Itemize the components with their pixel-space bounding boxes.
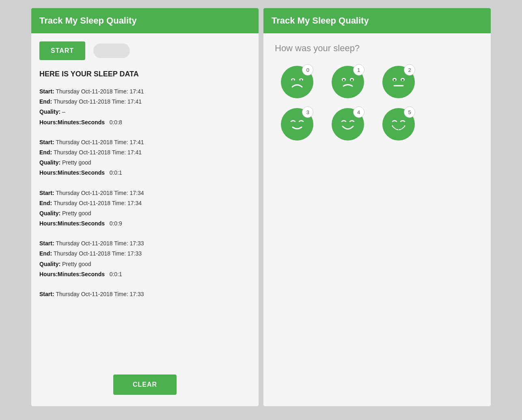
left-panel-header: Track My Sleep Quality [31,8,259,33]
emoji-item-2[interactable]: 2 [377,66,421,98]
emoji-grid: 0 [275,66,421,141]
sleep-question: How was your sleep? [275,43,479,54]
emoji-badge-4: 4 [353,106,365,118]
bottom-bar: CLEAR [39,368,250,398]
record-quality: Quality: Pretty good [39,259,250,269]
right-panel-body: How was your sleep? 0 [263,33,491,406]
record-duration: Hours:Minutes:Seconds 0:0:1 [39,269,250,279]
start-label: Start: [39,88,56,95]
emoji-item-0[interactable]: 0 [275,66,319,98]
sleep-record: Start: Thursday Oct-11-2018 Time: 17:41 … [39,137,250,178]
sleep-records-list: Start: Thursday Oct-11-2018 Time: 17:41 … [39,87,250,368]
emoji-item-3[interactable]: 3 [275,108,319,141]
svg-point-7 [351,79,353,81]
top-controls: START [39,41,250,60]
start-button[interactable]: START [39,41,85,60]
right-panel-title: Track My Sleep Quality [272,15,483,26]
sleep-record: Start: Thursday Oct-11-2018 Time: 17:34 … [39,188,250,229]
right-panel: Track My Sleep Quality How was your slee… [263,8,491,406]
emoji-item-1[interactable]: 1 [326,66,370,98]
record-duration: Hours:Minutes:Seconds 0:0:9 [39,219,250,229]
duration-label: Hours:Minutes:Seconds [39,119,106,126]
record-start: Start: Thursday Oct-11-2018 Time: 17:33 [39,238,250,249]
svg-point-3 [300,79,302,81]
record-end: End: Thursday Oct-11-2018 Time: 17:33 [39,249,250,259]
record-end: End: Thursday Oct-11-2018 Time: 17:41 [39,147,250,158]
sleep-record: Start: Thursday Oct-11-2018 Time: 17:41 … [39,87,250,128]
right-panel-header: Track My Sleep Quality [263,8,491,33]
left-panel: Track My Sleep Quality START HERE IS YOU… [31,8,259,406]
record-duration: Hours:Minutes:Seconds 0:0:1 [39,168,250,178]
emoji-badge-0: 0 [302,64,313,76]
record-quality: Quality: – [39,107,250,117]
end-label: End: [39,98,54,105]
record-quality: Quality: Pretty good [39,208,250,219]
sleep-record: Start: Thursday Oct-11-2018 Time: 17:33 … [39,238,250,279]
emoji-badge-2: 2 [404,64,415,76]
record-duration: Hours:Minutes:Seconds 0:0:8 [39,117,250,128]
record-start: Start: Thursday Oct-11-2018 Time: 17:33 [39,289,250,299]
app-wrapper: Track My Sleep Quality START HERE IS YOU… [0,0,522,420]
toggle-switch[interactable] [93,43,130,58]
emoji-item-5[interactable]: 5 [377,108,421,141]
record-start: Start: Thursday Oct-11-2018 Time: 17:41 [39,87,250,97]
record-start: Start: Thursday Oct-11-2018 Time: 17:34 [39,188,250,198]
svg-point-11 [402,79,404,81]
quality-label: Quality: [39,108,62,115]
emoji-item-4[interactable]: 4 [326,108,370,141]
clear-button[interactable]: CLEAR [113,375,177,395]
record-start: Start: Thursday Oct-11-2018 Time: 17:41 [39,137,250,147]
emoji-badge-1: 1 [353,64,365,76]
svg-point-10 [394,79,396,81]
emoji-badge-3: 3 [302,106,313,118]
record-end: End: Thursday Oct-11-2018 Time: 17:34 [39,198,250,208]
svg-point-6 [343,79,345,81]
svg-point-2 [292,79,294,81]
record-end: End: Thursday Oct-11-2018 Time: 17:41 [39,97,250,107]
emoji-badge-5: 5 [404,106,415,118]
section-title: HERE IS YOUR SLEEP DATA [39,70,250,78]
left-panel-title: Track My Sleep Quality [39,15,250,26]
left-panel-body: START HERE IS YOUR SLEEP DATA Start: Thu… [31,33,259,406]
sleep-record: Start: Thursday Oct-11-2018 Time: 17:33 [39,289,250,299]
record-quality: Quality: Pretty good [39,158,250,168]
